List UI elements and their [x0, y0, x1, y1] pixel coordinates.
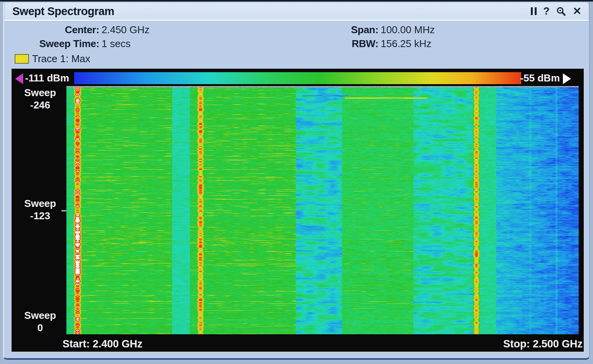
- magnifier-icon: [556, 6, 566, 16]
- frequency-axis: Start: 2.400 GHz Stop: 2.500 GHz: [63, 337, 583, 351]
- sweep-time-label: Sweep Time:: [4, 38, 99, 50]
- sweep-axis-label-bottom-value: 0: [15, 322, 66, 334]
- center-value: 2.450 GHz: [102, 24, 149, 36]
- sweep-axis-label-middle: Sweep -123: [15, 197, 66, 222]
- spectrogram-panel: -111 dBm -55 dBm Sweep -246 Sweep -123 S…: [12, 69, 584, 352]
- rbw-readout: RBW:156.25 kHz: [317, 38, 479, 50]
- close-button[interactable]: ✕: [573, 6, 581, 17]
- sweep-time-value: 1 secs: [102, 38, 130, 49]
- sweep-axis-label-middle-value: -123: [15, 210, 66, 222]
- pause-icon: [531, 7, 537, 15]
- window-title: Swept Spectrogram: [12, 5, 114, 18]
- titlebar[interactable]: Swept Spectrogram ? ✕: [5, 3, 588, 20]
- colorbar-gradient: [74, 72, 521, 84]
- trace-legend[interactable]: Trace 1: Max: [15, 53, 90, 65]
- sweep-axis-label-middle-word: Sweep: [15, 197, 66, 210]
- rbw-label: RBW:: [317, 38, 378, 50]
- colorbar-max-arrow-icon[interactable]: [563, 73, 571, 84]
- center-label: Center:: [4, 24, 99, 36]
- swept-spectrogram-window: Swept Spectrogram ? ✕ Center:2.450 GHz: [3, 2, 590, 360]
- titlebar-controls: ? ✕: [531, 6, 581, 17]
- stop-frequency-label: Stop: 2.500 GHz: [503, 338, 583, 350]
- sweep-axis-label-top-value: -246: [15, 99, 66, 111]
- help-button[interactable]: ?: [543, 6, 550, 17]
- trace-label: Trace 1: Max: [32, 53, 90, 65]
- span-value: 100.00 MHz: [381, 24, 435, 36]
- colorbar-max-label: -55 dBm: [487, 72, 560, 85]
- sweep-axis-label-top: Sweep -246: [15, 86, 66, 111]
- rbw-value: 156.25 kHz: [381, 38, 432, 49]
- colorbar-min-label: -111 dBm: [25, 72, 69, 85]
- zoom-button[interactable]: [556, 6, 566, 16]
- pause-button[interactable]: [531, 7, 537, 15]
- trace-color-swatch: [15, 54, 29, 64]
- start-frequency-label: Start: 2.400 GHz: [63, 338, 142, 350]
- sweep-time-readout: Sweep Time:1 secs: [4, 38, 181, 50]
- help-icon: ?: [543, 6, 550, 17]
- sweep-axis-label-bottom: Sweep 0: [15, 309, 66, 334]
- sweep-axis-tick: [61, 210, 67, 212]
- sweep-axis-label-bottom-word: Sweep: [15, 309, 66, 322]
- span-label: Span:: [317, 24, 378, 36]
- span-readout: Span:100.00 MHz: [317, 24, 479, 36]
- sweep-axis-label-top-word: Sweep: [15, 86, 66, 99]
- titlebar-separator: [5, 20, 588, 22]
- colorbar-min-arrow-icon[interactable]: [15, 73, 23, 84]
- center-readout: Center:2.450 GHz: [4, 24, 181, 36]
- close-icon: ✕: [573, 6, 581, 17]
- spectrogram-canvas[interactable]: [66, 86, 579, 334]
